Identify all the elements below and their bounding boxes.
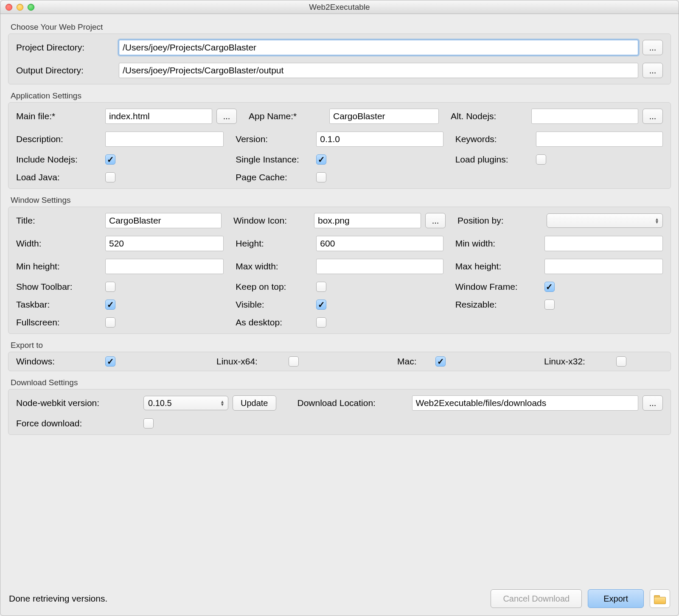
project-directory-browse-button[interactable]: ... xyxy=(643,40,663,55)
zoom-window-button[interactable] xyxy=(28,4,34,11)
version-label: Version: xyxy=(236,134,312,144)
fullscreen-label: Fullscreen: xyxy=(16,317,101,328)
include-nodejs-checkbox[interactable]: ✓ xyxy=(105,154,115,165)
max-height-label: Max height: xyxy=(455,261,540,272)
download-location-browse-button[interactable]: ... xyxy=(643,395,663,411)
project-directory-input[interactable] xyxy=(119,40,638,55)
window-frame-label: Window Frame: xyxy=(455,282,540,292)
download-location-label: Download Location: xyxy=(297,398,408,408)
fullscreen-checkbox[interactable]: ✓ xyxy=(105,317,115,328)
height-label: Height: xyxy=(236,238,312,249)
alt-nodejs-browse-button[interactable]: ... xyxy=(643,109,663,124)
download-location-input[interactable] xyxy=(412,395,639,411)
position-by-label: Position by: xyxy=(457,216,542,226)
nw-version-value: 0.10.5 xyxy=(148,398,172,408)
max-width-input[interactable] xyxy=(316,259,443,274)
as-desktop-label: As desktop: xyxy=(236,317,312,328)
cancel-download-button[interactable]: Cancel Download xyxy=(491,589,582,608)
output-directory-input[interactable] xyxy=(119,63,638,78)
resizable-label: Resizable: xyxy=(455,300,540,310)
keep-on-top-checkbox[interactable]: ✓ xyxy=(316,282,326,292)
update-button[interactable]: Update xyxy=(233,395,276,411)
max-height-input[interactable] xyxy=(544,259,663,274)
description-label: Description: xyxy=(16,134,101,144)
visible-checkbox[interactable]: ✓ xyxy=(316,300,326,310)
load-plugins-checkbox[interactable]: ✓ xyxy=(536,154,546,165)
export-linux-x32-label: Linux-x32: xyxy=(544,356,612,367)
load-plugins-label: Load plugins: xyxy=(455,154,532,165)
single-instance-checkbox[interactable]: ✓ xyxy=(316,154,326,165)
folder-icon xyxy=(654,594,666,603)
export-mac-checkbox[interactable]: ✓ xyxy=(435,356,446,367)
nw-version-select[interactable]: 0.10.5 ▲▼ xyxy=(143,396,228,410)
group-project-title: Choose Your Web Project xyxy=(11,22,671,32)
output-directory-label: Output Directory: xyxy=(16,65,115,76)
height-input[interactable] xyxy=(316,236,443,251)
updown-arrows-icon: ▲▼ xyxy=(220,400,224,406)
group-export-title: Export to xyxy=(11,341,671,350)
close-window-button[interactable] xyxy=(6,4,12,11)
alt-nodejs-input[interactable] xyxy=(531,109,638,124)
project-directory-label: Project Directory: xyxy=(16,42,115,53)
status-text: Done retrieving versions. xyxy=(9,594,107,604)
export-linux-x64-checkbox[interactable]: ✓ xyxy=(289,356,299,367)
width-input[interactable] xyxy=(105,236,224,251)
app-name-label: App Name:* xyxy=(249,111,325,121)
min-height-input[interactable] xyxy=(105,259,224,274)
keep-on-top-label: Keep on top: xyxy=(236,282,312,292)
open-folder-button[interactable] xyxy=(650,589,670,608)
main-file-browse-button[interactable]: ... xyxy=(216,109,237,124)
footer: Done retrieving versions. Cancel Downloa… xyxy=(8,584,671,610)
group-export: Export to Windows: ✓ Linux-x64: ✓ Mac: ✓… xyxy=(8,341,671,371)
export-mac-label: Mac: xyxy=(397,356,431,367)
updown-arrows-icon: ▲▼ xyxy=(655,218,659,224)
export-windows-checkbox[interactable]: ✓ xyxy=(105,356,115,367)
force-download-checkbox[interactable]: ✓ xyxy=(143,418,154,428)
app-name-input[interactable] xyxy=(329,109,439,124)
output-directory-browse-button[interactable]: ... xyxy=(643,63,663,78)
group-project: Choose Your Web Project Project Director… xyxy=(8,22,671,84)
window-icon-browse-button[interactable]: ... xyxy=(425,213,446,228)
as-desktop-checkbox[interactable]: ✓ xyxy=(316,317,326,328)
show-toolbar-label: Show Toolbar: xyxy=(16,282,101,292)
main-file-label: Main file:* xyxy=(16,111,101,121)
min-width-label: Min width: xyxy=(455,238,540,249)
group-window-settings-title: Window Settings xyxy=(11,196,671,205)
export-linux-x32-checkbox[interactable]: ✓ xyxy=(616,356,626,367)
min-height-label: Min height: xyxy=(16,261,101,272)
keywords-input[interactable] xyxy=(536,132,663,147)
window-icon-label: Window Icon: xyxy=(233,216,310,226)
group-application-settings: Application Settings Main file:* ... App… xyxy=(8,91,671,189)
group-download-settings-title: Download Settings xyxy=(11,378,671,387)
group-download-settings: Download Settings Node-webkit version: 0… xyxy=(8,378,671,435)
min-width-input[interactable] xyxy=(544,236,663,251)
window-icon-input[interactable] xyxy=(314,213,421,228)
title-label: Title: xyxy=(16,216,101,226)
page-cache-checkbox[interactable]: ✓ xyxy=(316,172,326,182)
keywords-label: Keywords: xyxy=(455,134,532,144)
window-frame-checkbox[interactable]: ✓ xyxy=(544,282,555,292)
window-title: Web2Executable xyxy=(309,3,370,12)
resizable-checkbox[interactable]: ✓ xyxy=(544,300,555,310)
position-by-select[interactable]: ▲▼ xyxy=(547,213,663,228)
load-java-checkbox[interactable]: ✓ xyxy=(105,172,115,182)
group-window-settings: Window Settings Title: Window Icon: ... … xyxy=(8,196,671,334)
visible-label: Visible: xyxy=(236,300,312,310)
minimize-window-button[interactable] xyxy=(17,4,23,11)
description-input[interactable] xyxy=(105,132,224,147)
title-input[interactable] xyxy=(105,213,222,228)
force-download-label: Force download: xyxy=(16,418,139,428)
include-nodejs-label: Include Nodejs: xyxy=(16,154,101,165)
width-label: Width: xyxy=(16,238,101,249)
version-input[interactable] xyxy=(316,132,443,147)
page-cache-label: Page Cache: xyxy=(236,172,312,182)
nw-version-label: Node-webkit version: xyxy=(16,398,139,408)
taskbar-checkbox[interactable]: ✓ xyxy=(105,300,115,310)
main-file-input[interactable] xyxy=(105,109,212,124)
titlebar: Web2Executable xyxy=(0,0,679,14)
show-toolbar-checkbox[interactable]: ✓ xyxy=(105,282,115,292)
taskbar-label: Taskbar: xyxy=(16,300,101,310)
single-instance-label: Single Instance: xyxy=(236,154,312,165)
export-windows-label: Windows: xyxy=(16,356,101,367)
export-button[interactable]: Export xyxy=(588,589,644,608)
